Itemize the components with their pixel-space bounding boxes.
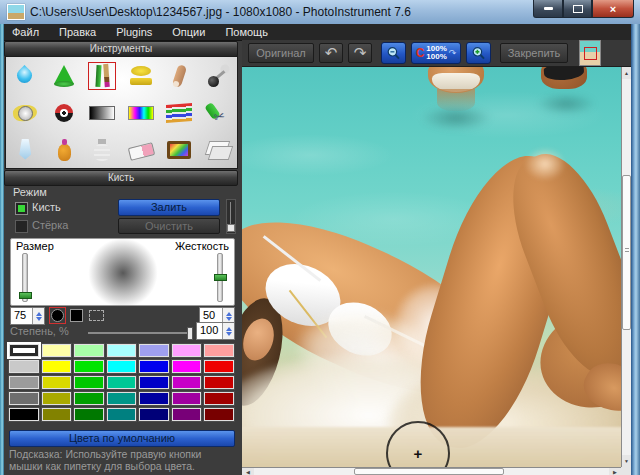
palette-swatch[interactable] xyxy=(9,408,39,421)
palette-swatch[interactable] xyxy=(107,392,137,405)
clear-button[interactable]: Очистить xyxy=(118,218,220,234)
palette-swatch[interactable] xyxy=(9,344,39,357)
spin-down-icon[interactable] xyxy=(36,317,42,321)
donate-thumbnail[interactable] xyxy=(579,40,601,66)
cream-tube-tool[interactable] xyxy=(7,132,43,167)
spin-up-icon[interactable] xyxy=(226,312,232,316)
image-canvas[interactable]: + xyxy=(242,67,621,467)
lotion-bottle-tool[interactable] xyxy=(46,132,82,167)
scroll-up-arrow[interactable]: ▲ xyxy=(622,67,631,79)
redo-button[interactable]: ↷ xyxy=(348,43,372,63)
size-slider[interactable] xyxy=(22,253,28,302)
undo-button[interactable]: ↶ xyxy=(319,43,343,63)
default-colors-button[interactable]: Цвета по умолчанию xyxy=(9,430,235,447)
spiral-lamp-tool[interactable] xyxy=(84,132,120,167)
close-button[interactable]: × xyxy=(592,0,634,18)
minimize-button[interactable] xyxy=(533,0,563,18)
size-spinner[interactable]: 75 xyxy=(10,307,45,325)
palette-swatch[interactable] xyxy=(9,360,39,373)
brush-mode-checkbox[interactable] xyxy=(15,202,28,215)
palette-swatch[interactable] xyxy=(172,376,202,389)
palette-swatch[interactable] xyxy=(74,392,104,405)
smudge-finger-tool[interactable] xyxy=(161,58,197,93)
spin-up-icon[interactable] xyxy=(226,327,232,331)
palette-swatch[interactable] xyxy=(74,408,104,421)
fill-button[interactable]: Залить xyxy=(118,199,220,216)
palette-swatch[interactable] xyxy=(74,360,104,373)
eraser-mode-checkbox[interactable] xyxy=(15,220,28,233)
palette-swatch[interactable] xyxy=(139,360,169,373)
tv-noise-tool[interactable] xyxy=(161,132,197,167)
palette-swatch[interactable] xyxy=(107,344,137,357)
palette-swatch[interactable] xyxy=(139,392,169,405)
stamp-tool[interactable] xyxy=(123,58,159,93)
palette-swatch[interactable] xyxy=(139,408,169,421)
scroll-left-arrow[interactable]: ◀ xyxy=(242,468,254,475)
scroll-right-arrow[interactable]: ▶ xyxy=(609,468,621,475)
palette-swatch[interactable] xyxy=(204,408,234,421)
pencil-brush-tool[interactable] xyxy=(84,58,120,93)
opacity-spinner[interactable]: 100 xyxy=(196,322,235,340)
mini-slider-thumb[interactable] xyxy=(227,224,235,232)
molecule-tool[interactable] xyxy=(200,58,236,93)
spin-down-icon[interactable] xyxy=(226,332,232,336)
mini-vertical-slider[interactable] xyxy=(226,199,236,234)
scroll-down-arrow[interactable]: ▼ xyxy=(622,455,631,467)
original-button[interactable]: Оригинал xyxy=(248,43,314,63)
spin-up-icon[interactable] xyxy=(36,312,42,316)
opacity-spinner-arrows[interactable] xyxy=(222,323,234,339)
opacity-slider[interactable] xyxy=(88,332,191,334)
horizontal-scroll-thumb[interactable] xyxy=(354,468,504,475)
palette-swatch[interactable] xyxy=(204,392,234,405)
opacity-slider-thumb[interactable] xyxy=(187,327,193,340)
menu-item-help[interactable]: Помощь xyxy=(225,24,268,40)
custom-brush-shape-button[interactable] xyxy=(89,310,104,321)
palette-swatch[interactable] xyxy=(204,360,234,373)
palette-swatch[interactable] xyxy=(42,360,72,373)
palette-swatch[interactable] xyxy=(107,376,137,389)
palette-swatch[interactable] xyxy=(9,392,39,405)
palette-swatch[interactable] xyxy=(42,392,72,405)
grayscale-gradient-tool[interactable] xyxy=(84,95,120,130)
menu-item-file[interactable]: Файл xyxy=(12,24,39,40)
horizontal-scrollbar[interactable]: ◀ ▶ xyxy=(242,467,621,475)
palette-swatch[interactable] xyxy=(204,344,234,357)
palette-swatch[interactable] xyxy=(42,408,72,421)
palette-swatch[interactable] xyxy=(42,376,72,389)
round-brush-shape-button[interactable] xyxy=(49,307,66,324)
hardness-slider-thumb[interactable] xyxy=(214,274,227,281)
size-spinner-arrows[interactable] xyxy=(32,308,44,324)
palette-swatch[interactable] xyxy=(74,376,104,389)
palette-swatch[interactable] xyxy=(107,408,137,421)
palette-swatch[interactable] xyxy=(9,376,39,389)
menu-item-options[interactable]: Опции xyxy=(172,24,205,40)
size-slider-thumb[interactable] xyxy=(19,292,32,299)
cone-tool[interactable] xyxy=(46,58,82,93)
palette-swatch[interactable] xyxy=(139,376,169,389)
palette-swatch[interactable] xyxy=(172,344,202,357)
eraser-tool[interactable] xyxy=(123,132,159,167)
color-lines-tool[interactable] xyxy=(161,95,197,130)
liquify-drop-tool[interactable] xyxy=(7,58,43,93)
hardness-slider[interactable] xyxy=(217,253,223,302)
palette-swatch[interactable] xyxy=(74,344,104,357)
title-bar[interactable]: C:\Users\User\Desktop\1234567.jpg - 1080… xyxy=(0,0,640,25)
palette-swatch[interactable] xyxy=(107,360,137,373)
menu-item-plugins[interactable]: Plugins xyxy=(116,24,152,40)
vertical-scrollbar[interactable]: ▲ ▼ xyxy=(621,67,631,467)
menu-item-edit[interactable]: Правка xyxy=(59,24,96,40)
texture-layers-tool[interactable]: Tex xyxy=(200,132,236,167)
palette-swatch[interactable] xyxy=(172,360,202,373)
palette-swatch[interactable] xyxy=(172,408,202,421)
zoom-level-display[interactable]: C 100% 100% ↷ xyxy=(411,42,461,64)
square-brush-shape-button[interactable] xyxy=(70,309,83,322)
zoom-out-button[interactable] xyxy=(381,42,406,64)
vertical-scroll-thumb[interactable] xyxy=(622,175,631,330)
spin-down-icon[interactable] xyxy=(226,317,232,321)
maximize-button[interactable] xyxy=(563,0,592,18)
clothespin-scissors-tool[interactable]: ✂ xyxy=(200,95,236,130)
pin-button[interactable]: Закрепить xyxy=(500,43,568,63)
melting-clock-tool[interactable] xyxy=(7,95,43,130)
zoom-in-button[interactable] xyxy=(466,42,491,64)
palette-swatch[interactable] xyxy=(204,376,234,389)
